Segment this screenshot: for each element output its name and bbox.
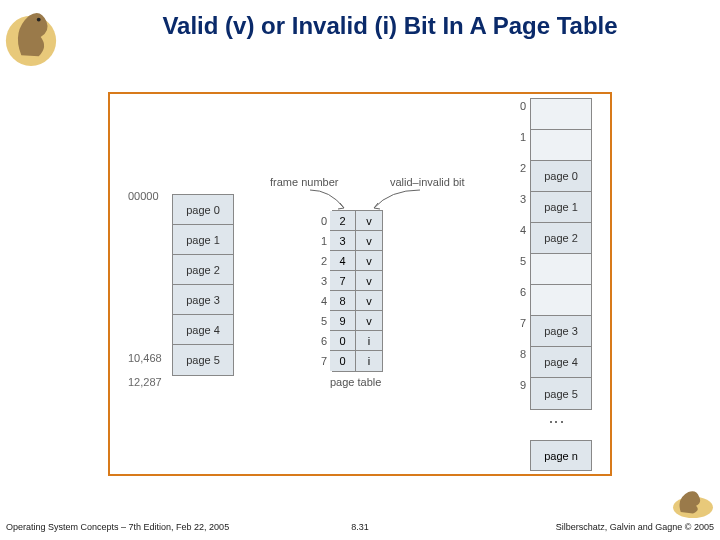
- page-table-row: 59v: [333, 311, 382, 331]
- footer-right: Silberschatz, Galvin and Gagne © 2005: [556, 522, 714, 532]
- logical-page: page 1: [173, 225, 233, 255]
- valid-bit-arrow: [370, 188, 430, 212]
- physical-index: 4: [512, 224, 526, 236]
- physical-index: 1: [512, 131, 526, 143]
- physical-index: 3: [512, 193, 526, 205]
- physical-slot: [531, 285, 591, 316]
- physical-slot: page 1: [531, 192, 591, 223]
- physical-slot: page 2: [531, 223, 591, 254]
- dino-logo-bottom: [670, 484, 716, 520]
- logical-page: page 4: [173, 315, 233, 345]
- physical-index: 8: [512, 348, 526, 360]
- physical-slot: [531, 130, 591, 161]
- addr-start-label: 00000: [128, 190, 159, 202]
- valid-bit-label: valid–invalid bit: [390, 176, 465, 188]
- page-title: Valid (v) or Invalid (i) Bit In A Page T…: [70, 12, 710, 40]
- physical-slot: page 0: [531, 161, 591, 192]
- page-table-diagram: 00000 10,468 12,287 page 0 page 1 page 2…: [108, 92, 612, 476]
- physical-slot: page 4: [531, 347, 591, 378]
- addr-12287-label: 12,287: [128, 376, 162, 388]
- page-table-row: 13v: [333, 231, 382, 251]
- physical-index: 6: [512, 286, 526, 298]
- physical-slot: page 5: [531, 378, 591, 409]
- svg-point-1: [37, 18, 41, 22]
- page-table-caption: page table: [330, 376, 381, 388]
- physical-slot: [531, 99, 591, 130]
- logical-page: page 0: [173, 195, 233, 225]
- page-table-row: 02v: [333, 211, 382, 231]
- page-table-row: 60i: [333, 331, 382, 351]
- slide-footer: Operating System Concepts – 7th Edition,…: [0, 522, 720, 536]
- vertical-ellipsis: ⋮: [547, 414, 566, 432]
- logical-page: page 5: [173, 345, 233, 375]
- physical-slot-n: page n: [530, 440, 592, 471]
- physical-slot: [531, 254, 591, 285]
- physical-index: 7: [512, 317, 526, 329]
- physical-slot: page 3: [531, 316, 591, 347]
- page-table-row: 37v: [333, 271, 382, 291]
- logical-page: page 3: [173, 285, 233, 315]
- page-table-row: 24v: [333, 251, 382, 271]
- page-table-row: 48v: [333, 291, 382, 311]
- page-table: 02v 13v 24v 37v 48v 59v 60i 70i: [332, 210, 383, 372]
- physical-index: 9: [512, 379, 526, 391]
- addr-10468-label: 10,468: [128, 352, 162, 364]
- dino-logo-top: [2, 2, 60, 70]
- physical-memory: page 0page 1page 2page 3page 4page 5: [530, 98, 592, 410]
- logical-page: page 2: [173, 255, 233, 285]
- logical-memory: page 0 page 1 page 2 page 3 page 4 page …: [172, 194, 234, 376]
- physical-index: 5: [512, 255, 526, 267]
- frame-number-label: frame number: [270, 176, 338, 188]
- physical-index: 2: [512, 162, 526, 174]
- physical-index: 0: [512, 100, 526, 112]
- frame-number-arrow: [300, 188, 350, 212]
- page-table-row: 70i: [333, 351, 382, 371]
